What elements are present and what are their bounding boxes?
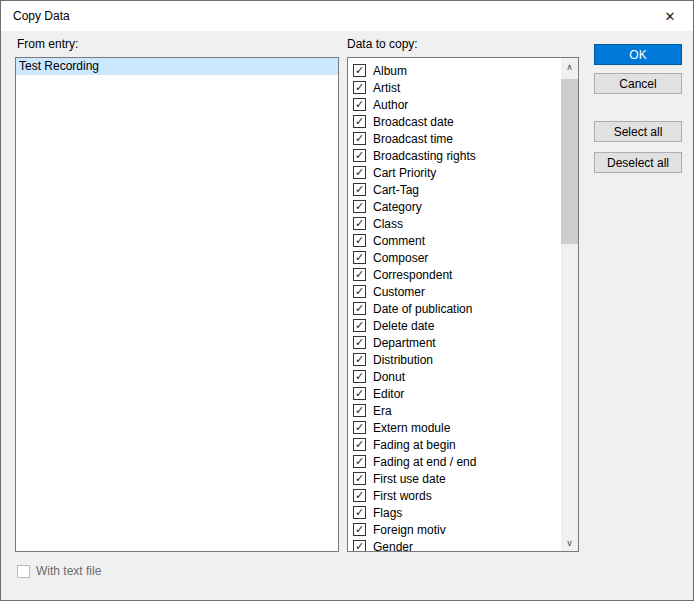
checked-checkbox[interactable]: ✓ (353, 472, 366, 485)
data-field-label: Date of publication (373, 302, 472, 316)
data-field-row[interactable]: ✓Album (348, 62, 561, 79)
data-field-label: Foreign motiv (373, 523, 446, 537)
data-field-row[interactable]: ✓First words (348, 487, 561, 504)
data-field-label: Donut (373, 370, 405, 384)
copy-data-dialog: Copy Data ✕ From entry: Data to copy: Te… (0, 0, 694, 601)
scroll-up-icon: ∧ (566, 62, 573, 72)
data-field-label: Fading at begin (373, 438, 456, 452)
select-all-button[interactable]: Select all (594, 121, 682, 142)
checked-checkbox[interactable]: ✓ (353, 149, 366, 162)
checked-checkbox[interactable]: ✓ (353, 81, 366, 94)
data-to-copy-listbox: ✓Album✓Artist✓Author✓Broadcast date✓Broa… (347, 57, 579, 552)
data-field-label: Era (373, 404, 392, 418)
data-field-row[interactable]: ✓Cart Priority (348, 164, 561, 181)
checked-checkbox[interactable]: ✓ (353, 540, 366, 551)
data-field-label: Customer (373, 285, 425, 299)
data-field-row[interactable]: ✓Cart-Tag (348, 181, 561, 198)
data-field-row[interactable]: ✓Broadcast time (348, 130, 561, 147)
data-field-row[interactable]: ✓Customer (348, 283, 561, 300)
checked-checkbox[interactable]: ✓ (353, 251, 366, 264)
checked-checkbox[interactable]: ✓ (353, 98, 366, 111)
scroll-down-button[interactable]: ∨ (561, 534, 578, 551)
data-field-row[interactable]: ✓Delete date (348, 317, 561, 334)
data-field-label: Artist (373, 81, 400, 95)
data-field-row[interactable]: ✓Foreign motiv (348, 521, 561, 538)
data-field-label: Delete date (373, 319, 434, 333)
data-field-row[interactable]: ✓Author (348, 96, 561, 113)
checked-checkbox[interactable]: ✓ (353, 523, 366, 536)
checked-checkbox[interactable]: ✓ (353, 387, 366, 400)
entry-list-item[interactable]: Test Recording (16, 58, 338, 75)
scroll-down-icon: ∨ (566, 538, 573, 548)
data-field-row[interactable]: ✓Flags (348, 504, 561, 521)
checked-checkbox[interactable]: ✓ (353, 370, 366, 383)
data-field-row[interactable]: ✓Broadcasting rights (348, 147, 561, 164)
from-entry-label: From entry: (17, 37, 78, 51)
with-text-file-checkbox-group[interactable]: With text file (17, 564, 101, 578)
checked-checkbox[interactable]: ✓ (353, 489, 366, 502)
checked-checkbox[interactable]: ✓ (353, 319, 366, 332)
data-field-label: Broadcast date (373, 115, 454, 129)
data-field-label: First use date (373, 472, 446, 486)
dialog-title: Copy Data (13, 9, 70, 23)
data-field-row[interactable]: ✓Department (348, 334, 561, 351)
data-field-row[interactable]: ✓Comment (348, 232, 561, 249)
data-field-label: Correspondent (373, 268, 452, 282)
checked-checkbox[interactable]: ✓ (353, 302, 366, 315)
checked-checkbox[interactable]: ✓ (353, 438, 366, 451)
data-field-label: First words (373, 489, 432, 503)
data-field-label: Comment (373, 234, 425, 248)
scroll-up-button[interactable]: ∧ (561, 58, 578, 75)
cancel-button[interactable]: Cancel (594, 73, 682, 94)
titlebar: Copy Data ✕ (1, 1, 693, 31)
checked-checkbox[interactable]: ✓ (353, 132, 366, 145)
data-field-label: Cart Priority (373, 166, 436, 180)
checked-checkbox[interactable]: ✓ (353, 183, 366, 196)
checked-checkbox[interactable]: ✓ (353, 217, 366, 230)
checked-checkbox[interactable]: ✓ (353, 115, 366, 128)
from-entry-listbox[interactable]: Test Recording (15, 57, 339, 552)
data-field-row[interactable]: ✓First use date (348, 470, 561, 487)
checked-checkbox[interactable]: ✓ (353, 200, 366, 213)
checked-checkbox[interactable]: ✓ (353, 336, 366, 349)
scrollbar-thumb[interactable] (561, 79, 578, 244)
data-field-row[interactable]: ✓Composer (348, 249, 561, 266)
data-field-row[interactable]: ✓Date of publication (348, 300, 561, 317)
checked-checkbox[interactable]: ✓ (353, 404, 366, 417)
deselect-all-button[interactable]: Deselect all (594, 152, 682, 173)
data-field-label: Extern module (373, 421, 450, 435)
with-text-file-checkbox[interactable] (17, 565, 30, 578)
data-field-row[interactable]: ✓Artist (348, 79, 561, 96)
data-field-label: Gender (373, 540, 413, 552)
data-field-label: Distribution (373, 353, 433, 367)
scrollbar[interactable]: ∧ ∨ (561, 58, 578, 551)
checked-checkbox[interactable]: ✓ (353, 268, 366, 281)
data-field-label: Broadcast time (373, 132, 453, 146)
checked-checkbox[interactable]: ✓ (353, 166, 366, 179)
data-field-row[interactable]: ✓Gender (348, 538, 561, 551)
close-button[interactable]: ✕ (647, 1, 693, 31)
data-to-copy-label: Data to copy: (347, 37, 418, 51)
data-field-label: Editor (373, 387, 404, 401)
data-field-row[interactable]: ✓Donut (348, 368, 561, 385)
data-field-row[interactable]: ✓Category (348, 198, 561, 215)
data-field-row[interactable]: ✓Fading at end / end (348, 453, 561, 470)
data-field-label: Category (373, 200, 422, 214)
data-field-row[interactable]: ✓Era (348, 402, 561, 419)
data-field-row[interactable]: ✓Class (348, 215, 561, 232)
checked-checkbox[interactable]: ✓ (353, 285, 366, 298)
data-field-row[interactable]: ✓Fading at begin (348, 436, 561, 453)
checked-checkbox[interactable]: ✓ (353, 64, 366, 77)
checked-checkbox[interactable]: ✓ (353, 455, 366, 468)
data-field-row[interactable]: ✓Correspondent (348, 266, 561, 283)
checked-checkbox[interactable]: ✓ (353, 506, 366, 519)
data-field-label: Composer (373, 251, 428, 265)
checked-checkbox[interactable]: ✓ (353, 234, 366, 247)
data-field-row[interactable]: ✓Distribution (348, 351, 561, 368)
data-field-row[interactable]: ✓Extern module (348, 419, 561, 436)
checked-checkbox[interactable]: ✓ (353, 353, 366, 366)
data-field-row[interactable]: ✓Editor (348, 385, 561, 402)
ok-button[interactable]: OK (594, 44, 682, 65)
data-field-row[interactable]: ✓Broadcast date (348, 113, 561, 130)
checked-checkbox[interactable]: ✓ (353, 421, 366, 434)
